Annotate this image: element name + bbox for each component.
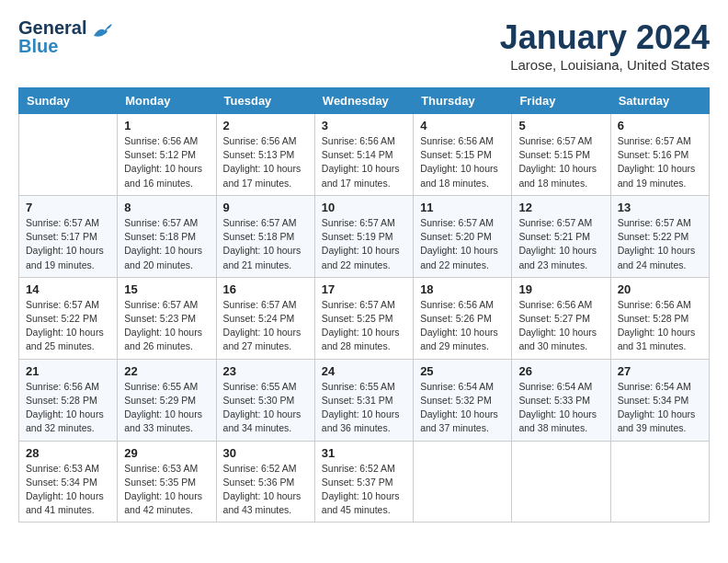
calendar-cell: 24Sunrise: 6:55 AM Sunset: 5:31 PM Dayli… <box>314 359 413 441</box>
calendar-cell: 7Sunrise: 6:57 AM Sunset: 5:17 PM Daylig… <box>19 195 118 277</box>
day-number: 11 <box>420 201 505 214</box>
day-header-thursday: Thursday <box>414 88 512 114</box>
calendar-cell: 15Sunrise: 6:57 AM Sunset: 5:23 PM Dayli… <box>118 277 216 359</box>
calendar-week-4: 21Sunrise: 6:56 AM Sunset: 5:28 PM Dayli… <box>19 359 710 441</box>
day-header-wednesday: Wednesday <box>314 88 413 114</box>
day-number: 17 <box>322 282 406 296</box>
day-info: Sunrise: 6:56 AM Sunset: 5:15 PM Dayligh… <box>420 134 505 190</box>
calendar-cell: 23Sunrise: 6:55 AM Sunset: 5:30 PM Dayli… <box>216 359 314 441</box>
day-number: 29 <box>124 446 209 460</box>
calendar-cell: 30Sunrise: 6:52 AM Sunset: 5:36 PM Dayli… <box>216 441 314 523</box>
day-info: Sunrise: 6:56 AM Sunset: 5:28 PM Dayligh… <box>26 380 110 436</box>
day-info: Sunrise: 6:57 AM Sunset: 5:19 PM Dayligh… <box>322 216 406 272</box>
day-info: Sunrise: 6:54 AM Sunset: 5:33 PM Dayligh… <box>518 380 603 436</box>
day-number: 31 <box>322 446 406 460</box>
day-number: 9 <box>223 201 308 214</box>
month-title: January 2024 <box>500 18 710 57</box>
logo-general: General <box>18 18 86 37</box>
day-info: Sunrise: 6:57 AM Sunset: 5:22 PM Dayligh… <box>26 298 110 354</box>
day-number: 19 <box>518 282 603 296</box>
day-number: 28 <box>26 446 110 460</box>
day-number: 25 <box>420 364 505 378</box>
day-number: 20 <box>618 282 702 296</box>
day-number: 15 <box>124 282 209 296</box>
day-number: 3 <box>322 119 406 132</box>
calendar-cell: 10Sunrise: 6:57 AM Sunset: 5:19 PM Dayli… <box>314 195 413 277</box>
calendar-cell: 31Sunrise: 6:52 AM Sunset: 5:37 PM Dayli… <box>314 441 413 523</box>
day-info: Sunrise: 6:52 AM Sunset: 5:37 PM Dayligh… <box>322 462 406 518</box>
calendar-week-5: 28Sunrise: 6:53 AM Sunset: 5:34 PM Dayli… <box>19 441 710 523</box>
day-number: 12 <box>518 201 603 214</box>
calendar-cell: 1Sunrise: 6:56 AM Sunset: 5:12 PM Daylig… <box>118 114 216 196</box>
day-info: Sunrise: 6:56 AM Sunset: 5:14 PM Dayligh… <box>322 134 406 190</box>
day-info: Sunrise: 6:53 AM Sunset: 5:35 PM Dayligh… <box>124 462 209 518</box>
calendar-cell: 6Sunrise: 6:57 AM Sunset: 5:16 PM Daylig… <box>610 114 709 196</box>
calendar-week-1: 1Sunrise: 6:56 AM Sunset: 5:12 PM Daylig… <box>19 114 710 196</box>
calendar-table: SundayMondayTuesdayWednesdayThursdayFrid… <box>18 87 710 523</box>
day-info: Sunrise: 6:57 AM Sunset: 5:16 PM Dayligh… <box>618 134 702 190</box>
logo-blue: Blue <box>18 37 86 55</box>
days-header-row: SundayMondayTuesdayWednesdayThursdayFrid… <box>19 88 710 114</box>
calendar-cell: 18Sunrise: 6:56 AM Sunset: 5:26 PM Dayli… <box>414 277 512 359</box>
day-info: Sunrise: 6:56 AM Sunset: 5:12 PM Dayligh… <box>124 134 209 190</box>
day-number: 1 <box>124 119 209 132</box>
day-number: 24 <box>322 364 406 378</box>
calendar-header: General Blue January 2024 Larose, Louisi… <box>18 18 710 73</box>
calendar-cell <box>512 441 610 523</box>
calendar-cell: 8Sunrise: 6:57 AM Sunset: 5:18 PM Daylig… <box>118 195 216 277</box>
day-header-tuesday: Tuesday <box>216 88 314 114</box>
calendar-cell: 12Sunrise: 6:57 AM Sunset: 5:21 PM Dayli… <box>512 195 610 277</box>
day-header-sunday: Sunday <box>19 88 118 114</box>
day-number: 22 <box>124 364 209 378</box>
calendar-cell: 13Sunrise: 6:57 AM Sunset: 5:22 PM Dayli… <box>610 195 709 277</box>
calendar-cell: 17Sunrise: 6:57 AM Sunset: 5:25 PM Dayli… <box>314 277 413 359</box>
day-info: Sunrise: 6:57 AM Sunset: 5:18 PM Dayligh… <box>124 216 209 272</box>
day-info: Sunrise: 6:56 AM Sunset: 5:28 PM Dayligh… <box>618 298 702 354</box>
calendar-cell: 19Sunrise: 6:56 AM Sunset: 5:27 PM Dayli… <box>512 277 610 359</box>
calendar-cell: 29Sunrise: 6:53 AM Sunset: 5:35 PM Dayli… <box>118 441 216 523</box>
calendar-cell <box>19 114 118 196</box>
calendar-cell: 21Sunrise: 6:56 AM Sunset: 5:28 PM Dayli… <box>19 359 118 441</box>
day-number: 14 <box>26 282 110 296</box>
calendar-cell: 22Sunrise: 6:55 AM Sunset: 5:29 PM Dayli… <box>118 359 216 441</box>
calendar-week-3: 14Sunrise: 6:57 AM Sunset: 5:22 PM Dayli… <box>19 277 710 359</box>
day-number: 13 <box>618 201 702 214</box>
location-text: Larose, Louisiana, United States <box>500 57 710 73</box>
day-info: Sunrise: 6:55 AM Sunset: 5:29 PM Dayligh… <box>124 380 209 436</box>
calendar-cell: 27Sunrise: 6:54 AM Sunset: 5:34 PM Dayli… <box>610 359 709 441</box>
calendar-week-2: 7Sunrise: 6:57 AM Sunset: 5:17 PM Daylig… <box>19 195 710 277</box>
calendar-cell: 25Sunrise: 6:54 AM Sunset: 5:32 PM Dayli… <box>414 359 512 441</box>
day-number: 16 <box>223 282 308 296</box>
day-info: Sunrise: 6:52 AM Sunset: 5:36 PM Dayligh… <box>223 462 308 518</box>
day-header-monday: Monday <box>118 88 216 114</box>
day-info: Sunrise: 6:57 AM Sunset: 5:24 PM Dayligh… <box>223 298 308 354</box>
day-info: Sunrise: 6:56 AM Sunset: 5:13 PM Dayligh… <box>223 134 308 190</box>
day-info: Sunrise: 6:57 AM Sunset: 5:20 PM Dayligh… <box>420 216 505 272</box>
day-number: 2 <box>223 119 308 132</box>
day-number: 4 <box>420 119 505 132</box>
day-header-friday: Friday <box>512 88 610 114</box>
day-info: Sunrise: 6:57 AM Sunset: 5:15 PM Dayligh… <box>518 134 603 190</box>
calendar-cell: 16Sunrise: 6:57 AM Sunset: 5:24 PM Dayli… <box>216 277 314 359</box>
day-info: Sunrise: 6:57 AM Sunset: 5:17 PM Dayligh… <box>26 216 110 272</box>
day-number: 26 <box>518 364 603 378</box>
day-number: 23 <box>223 364 308 378</box>
calendar-cell <box>610 441 709 523</box>
calendar-cell: 5Sunrise: 6:57 AM Sunset: 5:15 PM Daylig… <box>512 114 610 196</box>
calendar-cell: 26Sunrise: 6:54 AM Sunset: 5:33 PM Dayli… <box>512 359 610 441</box>
day-number: 18 <box>420 282 505 296</box>
title-block: January 2024 Larose, Louisiana, United S… <box>500 18 710 73</box>
calendar-cell: 9Sunrise: 6:57 AM Sunset: 5:18 PM Daylig… <box>216 195 314 277</box>
calendar-cell: 14Sunrise: 6:57 AM Sunset: 5:22 PM Dayli… <box>19 277 118 359</box>
calendar-cell: 28Sunrise: 6:53 AM Sunset: 5:34 PM Dayli… <box>19 441 118 523</box>
calendar-cell <box>414 441 512 523</box>
calendar-cell: 20Sunrise: 6:56 AM Sunset: 5:28 PM Dayli… <box>610 277 709 359</box>
calendar-cell: 11Sunrise: 6:57 AM Sunset: 5:20 PM Dayli… <box>414 195 512 277</box>
calendar-cell: 3Sunrise: 6:56 AM Sunset: 5:14 PM Daylig… <box>314 114 413 196</box>
day-info: Sunrise: 6:54 AM Sunset: 5:34 PM Dayligh… <box>618 380 702 436</box>
logo: General Blue <box>18 18 112 55</box>
logo-bird-icon <box>92 23 112 40</box>
day-info: Sunrise: 6:54 AM Sunset: 5:32 PM Dayligh… <box>420 380 505 436</box>
day-info: Sunrise: 6:53 AM Sunset: 5:34 PM Dayligh… <box>26 462 110 518</box>
day-number: 21 <box>26 364 110 378</box>
